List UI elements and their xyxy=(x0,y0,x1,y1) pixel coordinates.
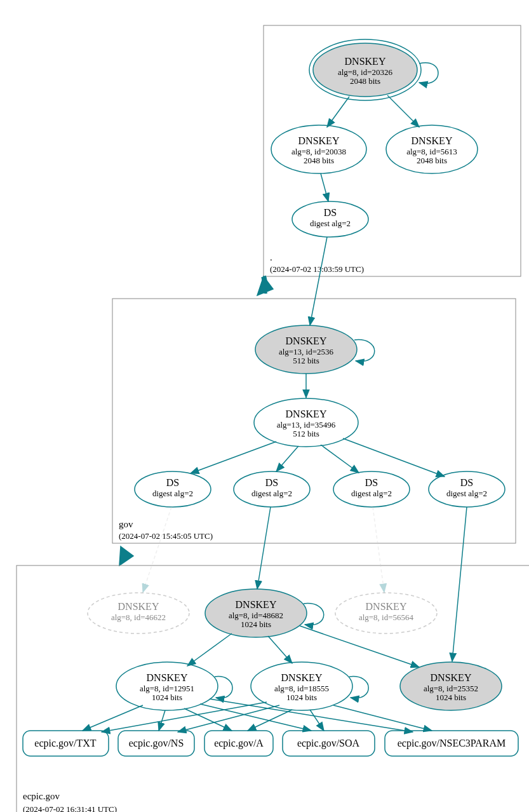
svg-text:ecpic.gov/SOA: ecpic.gov/SOA xyxy=(297,738,360,749)
edge-govzsk-ds4 xyxy=(343,438,445,477)
record-ns: ecpic.gov/NS xyxy=(118,731,194,756)
svg-text:ecpic.gov/NSEC3PARAM: ecpic.gov/NSEC3PARAM xyxy=(398,738,506,749)
svg-text:DNSKEY: DNSKEY xyxy=(147,672,188,683)
dnssec-diagram: . (2024-07-02 13:03:59 UTC) DNSKEY alg=8… xyxy=(6,6,529,812)
svg-text:DS: DS xyxy=(166,477,179,488)
svg-text:alg=8, id=20326: alg=8, id=20326 xyxy=(338,67,393,77)
svg-text:DS: DS xyxy=(460,477,473,488)
svg-text:2048 bits: 2048 bits xyxy=(304,156,334,165)
svg-text:DNSKEY: DNSKEY xyxy=(366,601,407,612)
zone-arrow-gov-ecpic xyxy=(119,546,133,565)
svg-text:ecpic.gov/TXT: ecpic.gov/TXT xyxy=(34,738,97,749)
svg-text:alg=8, id=48682: alg=8, id=48682 xyxy=(229,611,283,620)
node-ecpic-dashed2: DNSKEY alg=8, id=56564 xyxy=(335,593,437,633)
svg-text:ecpic.gov/NS: ecpic.gov/NS xyxy=(129,738,184,749)
node-ecpic-dashed1: DNSKEY alg=8, id=46622 xyxy=(88,593,189,633)
svg-text:alg=8, id=25352: alg=8, id=25352 xyxy=(424,684,478,693)
zone-ecpic-label: ecpic.gov xyxy=(23,791,60,801)
svg-text:digest alg=2: digest alg=2 xyxy=(351,489,392,498)
svg-text:alg=8, id=56564: alg=8, id=56564 xyxy=(359,612,414,622)
edge-ksk-zsk2 xyxy=(268,636,292,663)
svg-text:DNSKEY: DNSKEY xyxy=(118,601,159,612)
edge-govksk-self xyxy=(354,340,375,362)
svg-text:DNSKEY: DNSKEY xyxy=(236,599,277,610)
svg-text:1024 bits: 1024 bits xyxy=(436,693,466,702)
zone-root-label: . xyxy=(270,252,272,262)
svg-text:DNSKEY: DNSKEY xyxy=(345,56,386,67)
svg-text:alg=13, id=2536: alg=13, id=2536 xyxy=(279,347,334,356)
edge-zsk1-ds xyxy=(321,173,328,201)
zone-root-time: (2024-07-02 13:03:59 UTC) xyxy=(270,264,364,274)
edge-ds3-d2 xyxy=(373,507,384,592)
svg-text:DS: DS xyxy=(324,207,337,218)
node-ecpic-ksk: DNSKEY alg=8, id=48682 1024 bits xyxy=(205,589,307,637)
node-ecpic-ksk2: DNSKEY alg=8, id=25352 1024 bits xyxy=(400,662,502,710)
edge-ksk-zsk1 xyxy=(187,633,232,666)
svg-text:digest alg=2: digest alg=2 xyxy=(152,489,193,498)
record-txt: ecpic.gov/TXT xyxy=(23,731,109,756)
edge-rootds-govksk xyxy=(310,237,327,325)
svg-text:2048 bits: 2048 bits xyxy=(350,76,380,86)
svg-text:DNSKEY: DNSKEY xyxy=(412,135,453,146)
edge-rootksk-zsk1 xyxy=(327,97,349,127)
edge-rootksk-zsk2 xyxy=(387,95,419,127)
node-root-zsk1: DNSKEY alg=8, id=20038 2048 bits xyxy=(271,125,366,173)
svg-text:alg=8, id=5613: alg=8, id=5613 xyxy=(406,147,457,156)
svg-text:DNSKEY: DNSKEY xyxy=(286,409,327,419)
node-root-ds: DS digest alg=2 xyxy=(292,201,368,237)
edge-govzsk-ds1 xyxy=(191,442,276,473)
edge-govzsk-ds2 xyxy=(276,446,298,471)
record-nsec3: ecpic.gov/NSEC3PARAM xyxy=(385,731,518,756)
svg-text:digest alg=2: digest alg=2 xyxy=(310,219,351,228)
svg-text:digest alg=2: digest alg=2 xyxy=(446,489,487,498)
svg-text:1024 bits: 1024 bits xyxy=(152,693,182,702)
svg-text:alg=8, id=46622: alg=8, id=46622 xyxy=(111,612,166,622)
node-gov-ds2: DS digest alg=2 xyxy=(234,471,310,507)
svg-text:alg=13, id=35496: alg=13, id=35496 xyxy=(277,420,336,430)
svg-text:alg=8, id=20038: alg=8, id=20038 xyxy=(291,147,346,156)
record-soa: ecpic.gov/SOA xyxy=(283,731,375,756)
svg-text:DNSKEY: DNSKEY xyxy=(286,335,327,346)
edge-ds2-ksk xyxy=(257,507,271,589)
svg-text:DNSKEY: DNSKEY xyxy=(298,135,340,146)
node-gov-ds1: DS digest alg=2 xyxy=(135,471,211,507)
edge-ds4-ksk2 xyxy=(452,507,467,661)
svg-text:digest alg=2: digest alg=2 xyxy=(251,489,292,498)
svg-text:alg=8, id=12951: alg=8, id=12951 xyxy=(140,684,194,693)
edge-govzsk-ds3 xyxy=(321,445,359,473)
node-ecpic-zsk2: DNSKEY alg=8, id=18555 1024 bits xyxy=(251,662,352,710)
zone-ecpic-time: (2024-07-02 16:31:41 UTC) xyxy=(23,804,117,812)
node-gov-ds3: DS digest alg=2 xyxy=(333,471,410,507)
zone-gov-label: gov xyxy=(119,519,133,529)
node-gov-zsk: DNSKEY alg=13, id=35496 512 bits xyxy=(254,398,358,447)
node-ecpic-zsk1: DNSKEY alg=8, id=12951 1024 bits xyxy=(116,662,218,710)
svg-text:ecpic.gov/A: ecpic.gov/A xyxy=(214,738,264,749)
node-root-ksk: DNSKEY alg=8, id=20326 2048 bits xyxy=(309,39,421,100)
node-root-zsk2: DNSKEY alg=8, id=5613 2048 bits xyxy=(386,125,478,173)
edge-root-ksk-self xyxy=(419,63,438,84)
node-gov-ds4: DS digest alg=2 xyxy=(429,471,505,507)
svg-text:2048 bits: 2048 bits xyxy=(417,156,447,165)
svg-text:DS: DS xyxy=(265,477,278,488)
svg-text:1024 bits: 1024 bits xyxy=(286,693,317,702)
svg-text:512 bits: 512 bits xyxy=(293,356,319,365)
edge-ds1-d1 xyxy=(143,507,171,592)
svg-text:alg=8, id=18555: alg=8, id=18555 xyxy=(274,684,329,693)
record-a: ecpic.gov/A xyxy=(204,731,273,756)
svg-text:DNSKEY: DNSKEY xyxy=(281,672,323,683)
zone-gov-time: (2024-07-02 15:45:05 UTC) xyxy=(119,531,213,541)
svg-text:DNSKEY: DNSKEY xyxy=(431,672,472,683)
node-gov-ksk: DNSKEY alg=13, id=2536 512 bits xyxy=(255,325,357,374)
svg-text:DS: DS xyxy=(365,477,378,488)
svg-text:1024 bits: 1024 bits xyxy=(241,619,271,629)
svg-text:512 bits: 512 bits xyxy=(293,429,319,438)
